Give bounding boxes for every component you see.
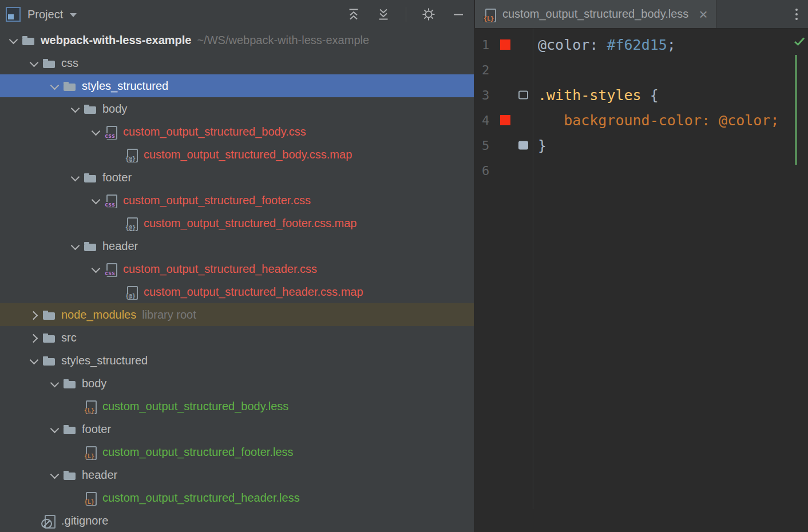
project-view-title[interactable]: Project [27,8,63,21]
folder-icon [63,468,77,482]
css-file-icon [104,193,118,207]
gitignore-file-icon [42,514,56,527]
tree-item-custom_output_structured_body_css[interactable]: custom_output_structured_body.css [0,120,474,143]
code-token: : [589,37,607,53]
gutter: 4 [475,108,533,133]
chevron-right-icon[interactable] [26,303,42,326]
chevron-down-icon[interactable] [47,372,63,395]
tree-item-src[interactable]: src [0,326,474,349]
tree-item-custom_output_structured_footer_less[interactable]: custom_output_structured_footer.less [0,440,474,463]
tree-item-body[interactable]: body [0,97,474,120]
tree-item-custom_output_structured_footer_css_map[interactable]: custom_output_structured_footer.css.map [0,212,474,235]
item-label: body [82,377,106,390]
chevron-down-icon[interactable] [47,463,63,486]
folder-icon [42,354,56,367]
item-label: src [61,331,77,344]
color-swatch-icon[interactable] [500,115,510,125]
item-label: node_modules [61,308,136,321]
chevron-down-icon[interactable] [68,166,84,189]
gutter: 1 [475,32,533,57]
line-number[interactable]: 4 [482,113,489,128]
tree-item-footer_src[interactable]: footer [0,418,474,440]
tree-item-footer[interactable]: footer [0,166,474,189]
chevron-down-icon[interactable] [88,257,104,280]
line-number[interactable]: 5 [482,138,489,153]
map-file-icon [125,285,138,299]
chevron-down-icon [68,486,84,509]
code-token: } [538,137,546,154]
project-tool-window-icon[interactable] [6,7,21,22]
chevron-down-icon[interactable] [6,29,22,51]
editor: custom_output_structured_body.less × 1 @… [475,0,808,532]
tree-item-gitignore[interactable]: .gitignore [0,509,474,532]
tree-item-custom_output_structured_header_css_map[interactable]: custom_output_structured_header.css.map [0,280,474,303]
tree-item-custom_output_structured_footer_css[interactable]: custom_output_structured_footer.css [0,189,474,212]
code-token [538,112,564,129]
item-label: .gitignore [61,514,108,527]
code-text[interactable]: background-color: @color; [533,112,779,129]
code-text[interactable]: .with-styles { [533,87,659,104]
chevron-down-icon[interactable] [26,51,42,74]
tree-item-css[interactable]: css [0,51,474,74]
item-label: custom_output_structured_body.css [123,125,306,138]
chevron-down-icon [109,212,125,235]
more-options-kebab-icon[interactable] [793,6,800,22]
tree-item-webpack-with-less-example[interactable]: webpack-with-less-example ~/WS/webpack-w… [0,29,474,51]
code-token: @color [538,37,589,53]
item-label: webpack-with-less-example [41,34,191,47]
chevron-down-icon [109,280,125,303]
item-label: header [82,469,117,482]
tree-item-styles_structured[interactable]: styles_structured [0,74,474,97]
line-number[interactable]: 6 [482,164,489,178]
close-icon[interactable]: × [699,8,707,21]
folder-icon [63,422,77,436]
line-number[interactable]: 1 [482,38,489,52]
class-marker-icon[interactable] [518,91,528,100]
gutter: 6 [475,158,533,183]
item-label: custom_output_structured_footer.css.map [144,217,357,230]
editor-tab[interactable]: custom_output_structured_body.less × [475,0,716,28]
chevron-down-icon[interactable] [47,74,63,97]
tree-item-header[interactable]: header [0,235,474,257]
inspections-ok-icon[interactable] [794,37,805,46]
collapse-all-icon[interactable] [346,7,361,22]
folder-icon [42,56,56,70]
folder-icon [42,308,56,321]
tree-item-node_modules[interactable]: node_modules library root [0,303,474,326]
chevron-down-icon[interactable] [26,349,42,372]
block-marker-icon[interactable] [518,141,528,150]
change-marker [795,55,797,165]
tree-item-custom_output_structured_body_css_map[interactable]: custom_output_structured_body.css.map [0,143,474,166]
tree-item-custom_output_structured_header_less[interactable]: custom_output_structured_header.less [0,486,474,509]
ide-window: Project webpack-with-less-exam [0,0,808,532]
folder-icon [63,79,77,93]
code-text[interactable]: @color: #f62d15; [533,37,676,53]
settings-gear-icon[interactable] [421,7,436,22]
tree-item-body_src[interactable]: body [0,372,474,395]
chevron-down-icon[interactable] [88,120,104,143]
code-token: { [641,87,659,104]
chevron-down-icon[interactable] [70,13,77,17]
hide-panel-icon[interactable] [451,7,466,22]
less-file-icon [84,445,97,459]
tree-item-styles_structured_src[interactable]: styles_structured [0,349,474,372]
folder-icon [42,331,56,344]
chevron-down-icon[interactable] [47,418,63,440]
tree-item-custom_output_structured_header_css[interactable]: custom_output_structured_header.css [0,257,474,280]
expand-all-icon[interactable] [376,7,391,22]
chevron-right-icon[interactable] [26,326,42,349]
line-number[interactable]: 3 [482,88,489,102]
folder-icon [63,376,77,390]
code-lines[interactable]: 1 @color: #f62d15; 2 3 .with-styles { 4 … [475,32,808,183]
line-number[interactable]: 2 [482,63,489,77]
chevron-down-icon[interactable] [68,97,84,120]
editor-body: 1 @color: #f62d15; 2 3 .with-styles { 4 … [475,29,808,532]
item-label: custom_output_structured_footer.less [102,446,294,459]
code-text[interactable]: } [533,137,546,154]
chevron-down-icon[interactable] [88,189,104,212]
tree-item-custom_output_structured_body_less[interactable]: custom_output_structured_body.less [0,395,474,418]
project-toolbar: Project [0,0,474,29]
color-swatch-icon[interactable] [500,39,510,50]
chevron-down-icon[interactable] [68,235,84,257]
tree-item-header_src[interactable]: header [0,463,474,486]
